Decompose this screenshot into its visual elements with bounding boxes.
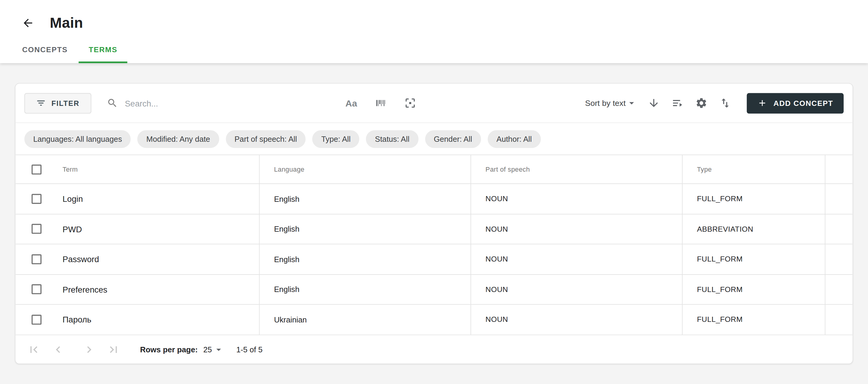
arrow-left-icon	[22, 16, 34, 29]
filter-chip[interactable]: Gender: All	[425, 130, 481, 148]
table-row[interactable]: Password English NOUN FULL_FORM	[16, 244, 852, 274]
pagination-range: 1-5 of 5	[236, 345, 262, 354]
rows-per-page-value: 25	[204, 345, 212, 354]
column-header-pos: Part of speech	[470, 155, 682, 183]
tab-bar: CONCEPTS TERMS	[0, 38, 868, 63]
search-input[interactable]	[125, 98, 325, 108]
row-actions-cell	[825, 274, 852, 304]
language-cell: English	[259, 214, 471, 244]
filter-chip[interactable]: Type: All	[313, 130, 360, 148]
term-cell: Password	[16, 244, 259, 274]
filter-button[interactable]: FILTER	[24, 93, 91, 113]
term-cell-text: Login	[63, 194, 83, 203]
previous-page-button[interactable]	[52, 343, 65, 356]
row-actions-cell	[825, 305, 852, 334]
last-page-icon	[107, 343, 120, 356]
language-cell: Ukrainian	[259, 305, 471, 334]
pos-cell: NOUN	[470, 305, 682, 334]
column-header-term: Term	[16, 155, 259, 183]
swap-vertical-icon	[719, 97, 731, 109]
term-cell-text: Password	[63, 255, 99, 264]
rows-per-page-select[interactable]: 25	[204, 344, 224, 355]
filter-chips: Languages: All languagesModified: Any da…	[16, 123, 852, 155]
pos-cell: NOUN	[470, 244, 682, 274]
filter-chip[interactable]: Status: All	[366, 130, 418, 148]
table-row[interactable]: Пароль Ukrainian NOUN FULL_FORM	[16, 305, 852, 335]
sort-label: Sort by text	[585, 99, 626, 108]
text-flow-icon	[672, 97, 684, 109]
tab-terms[interactable]: TERMS	[79, 38, 127, 63]
tab-concepts[interactable]: CONCEPTS	[12, 38, 78, 63]
add-concept-label: ADD CONCEPT	[773, 99, 833, 108]
first-page-button[interactable]	[27, 343, 40, 356]
terms-toolbar: FILTER Aa	[16, 84, 852, 123]
row-checkbox[interactable]	[32, 315, 41, 325]
term-cell-text: Preferences	[63, 285, 107, 294]
column-header-type: Type	[682, 155, 825, 183]
sort-direction-button[interactable]	[647, 96, 661, 110]
language-cell: English	[259, 274, 471, 304]
app-header: Main CONCEPTS TERMS	[0, 0, 868, 63]
gear-icon	[695, 97, 707, 109]
table-row[interactable]: PWD English NOUN ABBREVIATION	[16, 214, 852, 244]
crop-frame-icon	[404, 97, 416, 109]
back-button[interactable]	[20, 15, 35, 30]
table-header: Term Language Part of speech Type	[16, 155, 852, 184]
chevron-left-icon	[52, 343, 65, 356]
search-toggles: Aa	[344, 96, 417, 110]
chevron-right-icon	[83, 343, 96, 356]
term-cell: PWD	[16, 214, 259, 244]
last-page-button[interactable]	[107, 343, 120, 356]
table-row[interactable]: Login English NOUN FULL_FORM	[16, 184, 852, 214]
select-all-checkbox[interactable]	[32, 165, 41, 174]
terms-card: FILTER Aa	[15, 83, 853, 364]
settings-button[interactable]	[694, 96, 709, 110]
whole-word-toggle[interactable]	[373, 96, 388, 110]
sort-dropdown[interactable]: Sort by text	[585, 97, 637, 109]
toolbar-right-group: Sort by text	[585, 93, 844, 113]
filter-icon	[36, 98, 46, 108]
row-checkbox[interactable]	[32, 194, 41, 204]
search-icon	[107, 97, 118, 109]
language-cell: English	[259, 244, 471, 274]
type-cell: FULL_FORM	[682, 184, 825, 213]
rows-per-page-label: Rows per page:	[140, 345, 198, 354]
term-cell-text: Пароль	[63, 315, 92, 324]
topbar: Main	[0, 0, 868, 38]
page-title: Main	[50, 14, 83, 31]
pos-cell: NOUN	[470, 184, 682, 213]
row-actions-cell	[825, 184, 852, 213]
term-cell-text: PWD	[63, 224, 82, 234]
row-checkbox[interactable]	[32, 285, 41, 294]
app-viewport: Main CONCEPTS TERMS FILTER	[0, 0, 868, 384]
type-cell: FULL_FORM	[682, 305, 825, 334]
filter-button-label: FILTER	[52, 99, 80, 108]
type-cell: ABBREVIATION	[682, 214, 825, 244]
next-page-button[interactable]	[83, 343, 96, 356]
filter-chip[interactable]: Modified: Any date	[137, 130, 219, 148]
import-export-button[interactable]	[718, 96, 733, 110]
layout-view-button[interactable]	[671, 96, 685, 110]
row-checkbox[interactable]	[32, 224, 41, 234]
type-cell: FULL_FORM	[682, 244, 825, 274]
row-checkbox[interactable]	[32, 254, 41, 264]
filter-chip[interactable]: Languages: All languages	[24, 130, 131, 148]
select-area-toggle[interactable]	[403, 96, 417, 110]
pos-cell: NOUN	[470, 214, 682, 244]
filter-chip[interactable]: Author: All	[488, 130, 541, 148]
match-case-toggle[interactable]: Aa	[344, 96, 359, 110]
first-page-icon	[27, 343, 40, 356]
content-area: FILTER Aa	[0, 63, 868, 384]
term-cell: Login	[16, 184, 259, 213]
term-cell: Пароль	[16, 305, 259, 334]
table-row[interactable]: Preferences English NOUN FULL_FORM	[16, 274, 852, 305]
chevron-down-icon	[213, 344, 224, 355]
pagination-bar: Rows per page: 25 1-5 of 5	[16, 335, 852, 364]
chevron-down-icon	[626, 97, 638, 109]
term-cell: Preferences	[16, 274, 259, 304]
add-concept-button[interactable]: ADD CONCEPT	[747, 93, 844, 113]
type-cell: FULL_FORM	[682, 274, 825, 304]
filter-chip[interactable]: Part of speech: All	[226, 130, 306, 148]
search-box	[107, 97, 326, 109]
arrow-down-icon	[648, 97, 660, 109]
